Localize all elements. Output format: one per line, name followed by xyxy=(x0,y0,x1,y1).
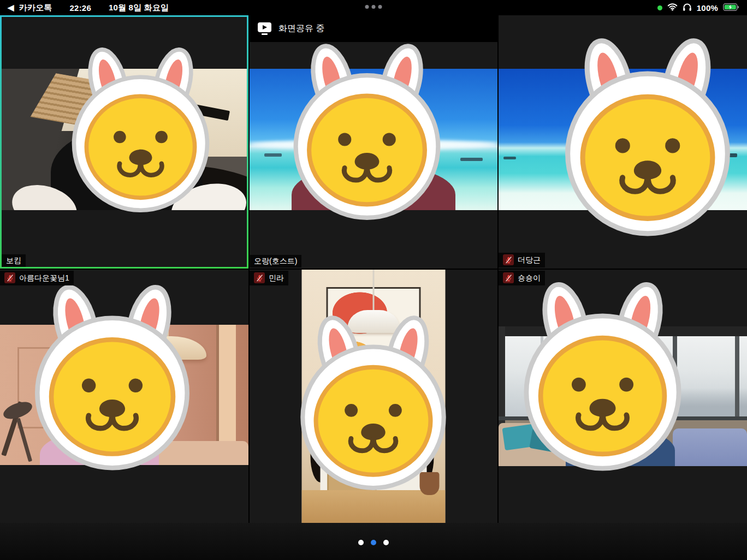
recording-indicator-dot xyxy=(657,5,662,10)
mic-muted-icon xyxy=(254,272,265,283)
participant-tile[interactable]: Los Angeles County Museum 민라 xyxy=(250,270,497,523)
participant-tile[interactable]: 보킴 xyxy=(0,15,248,269)
bunny-face-filter xyxy=(57,44,224,215)
mic-muted-icon xyxy=(4,272,15,283)
page-dot[interactable] xyxy=(371,540,376,545)
participant-tile[interactable]: 오랑(호스트) xyxy=(250,15,497,269)
battery-percent-label: 100% xyxy=(697,3,718,13)
back-to-app-icon[interactable]: ◀ xyxy=(8,3,14,13)
bunny-face-filter xyxy=(278,40,456,222)
participant-name-tag: 오랑(호스트) xyxy=(250,255,301,267)
participant-name-tag: 아름다운꽃님1 xyxy=(0,271,74,285)
page-indicator[interactable] xyxy=(358,540,389,545)
screen-share-label: 화면공유 중 xyxy=(278,23,324,34)
participant-name-tag: 민라 xyxy=(250,271,288,285)
status-clock: 22:26 xyxy=(70,3,91,13)
participant-name: 보킴 xyxy=(6,256,21,265)
multitask-dots-icon xyxy=(365,5,382,9)
participant-tile[interactable]: 아름다운꽃님1 xyxy=(0,270,248,523)
page-dot[interactable] xyxy=(383,540,389,545)
wifi-icon xyxy=(667,3,678,13)
bunny-face-filter xyxy=(548,34,747,239)
participant-name: 오랑(호스트) xyxy=(254,257,297,265)
status-date: 10월 8일 화요일 xyxy=(109,3,169,13)
screen-share-banner[interactable]: 화면공유 중 xyxy=(250,15,497,42)
participant-name: 아름다운꽃님1 xyxy=(19,273,69,282)
mic-muted-icon xyxy=(503,272,514,283)
bunny-face-filter xyxy=(507,278,698,473)
headset-icon xyxy=(683,3,692,13)
participant-tile[interactable]: 더당근 xyxy=(499,15,747,269)
battery-charging-icon xyxy=(723,3,739,13)
bunny-face-filter xyxy=(285,312,461,492)
participant-name-tag: 보킴 xyxy=(2,254,26,267)
status-bar: ◀ 카카오톡 22:26 10월 8일 화요일 xyxy=(0,0,747,15)
video-call-screen: ◀ 카카오톡 22:26 10월 8일 화요일 xyxy=(0,0,747,560)
mic-muted-icon xyxy=(503,254,514,265)
screen-share-icon xyxy=(258,22,271,35)
bunny-face-filter xyxy=(19,281,206,473)
participant-tile[interactable]: 숑숑이 xyxy=(499,270,747,523)
participant-name: 숑숑이 xyxy=(518,273,541,282)
participant-name-tag: 더당근 xyxy=(499,253,545,267)
participant-name-tag: 숑숑이 xyxy=(499,271,545,285)
participant-name: 더당근 xyxy=(518,255,541,264)
page-dot[interactable] xyxy=(358,540,364,545)
back-to-app-label[interactable]: 카카오톡 xyxy=(19,3,52,13)
participant-name: 민라 xyxy=(269,273,284,282)
